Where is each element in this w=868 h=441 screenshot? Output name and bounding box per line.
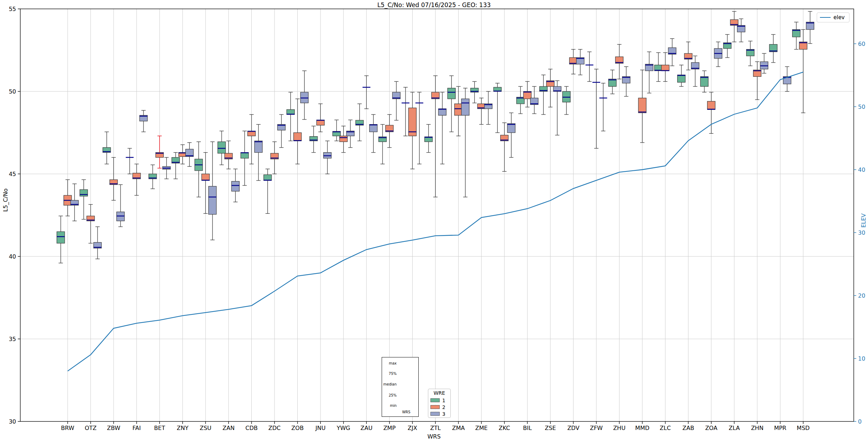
box-wre1-ZAN — [218, 142, 226, 153]
box-wre2-ZLC — [662, 65, 669, 71]
elev-legend-label: elev — [833, 14, 845, 21]
box-wre2-ZOA — [707, 101, 715, 110]
x-tick-label: ZME — [475, 425, 488, 431]
box-wre2-ZMA — [455, 104, 462, 115]
box-wre2-BIL — [523, 91, 531, 99]
x-tick-label: BET — [154, 425, 165, 431]
wre-legend-item-1: 1 — [430, 397, 448, 404]
inset-label-75: 75% — [382, 372, 397, 376]
x-tick-label: ZKC — [499, 425, 510, 431]
plot-border — [20, 9, 854, 421]
x-tick-label: MMD — [635, 425, 649, 431]
box-wre2-YWG — [340, 136, 347, 142]
elev-legend: elev — [817, 12, 849, 22]
right-tick-label: 10 — [858, 355, 865, 362]
inset-label-max: max — [382, 361, 397, 365]
x-tick-label: ZDV — [567, 425, 579, 431]
inset-label-25: 25% — [382, 393, 397, 397]
wre2-label: 2 — [442, 404, 445, 410]
wre-legend-item-2: 2 — [430, 404, 448, 410]
right-tick-label: 60 — [858, 41, 865, 47]
y-tick-label: 30 — [9, 418, 16, 425]
right-tick-label: 20 — [858, 292, 865, 299]
box-wre3-ZMA — [461, 99, 469, 115]
box-wre2-ZOB — [294, 133, 302, 141]
y-tick-label: 35 — [9, 336, 16, 342]
figure: 3035404550550102030405060BRWOTZZBWFAIBET… — [0, 0, 868, 441]
right-y-axis-label: ELEV — [860, 213, 867, 228]
inset-label-median: median — [382, 382, 397, 386]
x-tick-label: ZBW — [107, 425, 120, 431]
x-tick-label: CDB — [245, 425, 257, 431]
wre-legend-title: WRE — [430, 390, 448, 396]
x-tick-label: ZLA — [729, 425, 740, 431]
chart-canvas: 3035404550550102030405060BRWOTZZBWFAIBET… — [0, 0, 868, 441]
x-tick-label: BIL — [523, 425, 532, 431]
x-axis-label: WRS — [0, 433, 868, 440]
boxplot-explainer-inset — [382, 357, 419, 417]
box-wre2-ZSU — [202, 174, 209, 181]
x-tick-label: ZOB — [291, 425, 304, 431]
y-tick-label: 40 — [9, 253, 16, 260]
wre1-label: 1 — [442, 398, 445, 403]
x-tick-label: ZSE — [545, 425, 556, 431]
box-wre3-CDB — [255, 141, 262, 152]
x-tick-label: ZAB — [683, 425, 694, 431]
x-tick-label: FAI — [132, 425, 141, 431]
x-tick-label: JNU — [315, 425, 325, 431]
wre2-swatch — [430, 405, 440, 409]
y-tick-label: 50 — [9, 88, 16, 95]
y-tick-label: 45 — [9, 171, 16, 177]
x-tick-label: ZTL — [430, 425, 441, 431]
x-tick-label: ZNY — [177, 425, 188, 431]
box-wre3-ZTL — [438, 109, 446, 116]
x-tick-label: ZLC — [660, 425, 671, 431]
elev-line-swatch — [820, 17, 831, 18]
y-axis-label: L5_C/No — [2, 188, 9, 212]
box-wre3-ZAN — [231, 181, 239, 191]
x-tick-label: ZSU — [200, 425, 211, 431]
x-tick-label: ZMA — [452, 425, 465, 431]
right-tick-label: 50 — [858, 103, 865, 110]
x-tick-label: OTZ — [85, 425, 96, 431]
right-tick-label: 40 — [858, 166, 865, 173]
x-tick-label: ZOA — [705, 425, 717, 431]
x-tick-label: ZHU — [613, 425, 626, 431]
x-tick-label: BRW — [61, 425, 74, 431]
x-tick-label: ZDC — [268, 425, 281, 431]
x-tick-label: ZHN — [751, 425, 763, 431]
x-tick-label: ZJX — [408, 425, 417, 431]
box-wre2-JNU — [317, 120, 324, 125]
wre1-swatch — [430, 398, 440, 402]
x-tick-label: MPR — [774, 425, 786, 431]
x-tick-label: ZFW — [590, 425, 603, 431]
wre-legend-item-3: 3 — [430, 410, 448, 417]
box-wre2-MMD — [638, 98, 646, 113]
box-wre1-ZOA — [700, 76, 708, 86]
wre3-swatch — [430, 412, 440, 416]
box-wre1-ZDC — [264, 175, 272, 180]
x-tick-label: YWG — [336, 425, 350, 431]
x-tick-label: ZMP — [383, 425, 396, 431]
x-tick-label: ZAU — [361, 425, 373, 431]
box-wre1-BRW — [57, 232, 65, 243]
inset-x-label: WRS — [398, 410, 414, 414]
box-wre3-ZSU — [209, 186, 216, 214]
box-wre1-ZMA — [448, 88, 455, 99]
inset-label-min: min — [382, 404, 397, 408]
right-tick-label: 0 — [858, 418, 862, 425]
box-wre1-ZAB — [678, 75, 685, 83]
box-wre1-OTZ — [80, 190, 88, 196]
x-tick-label: ZAN — [223, 425, 235, 431]
box-wre1-CDB — [241, 153, 249, 158]
right-tick-label: 30 — [858, 229, 865, 236]
chart-title: L5_C/No: Wed 07/16/2025 - GEO: 133 — [0, 1, 868, 9]
box-wre3-ZAU — [370, 124, 377, 132]
wre-legend: WRE 1 2 3 — [428, 389, 451, 418]
x-tick-label: MSD — [797, 425, 810, 431]
wre3-label: 3 — [442, 411, 445, 417]
box-wre3-ZKC — [507, 123, 515, 133]
